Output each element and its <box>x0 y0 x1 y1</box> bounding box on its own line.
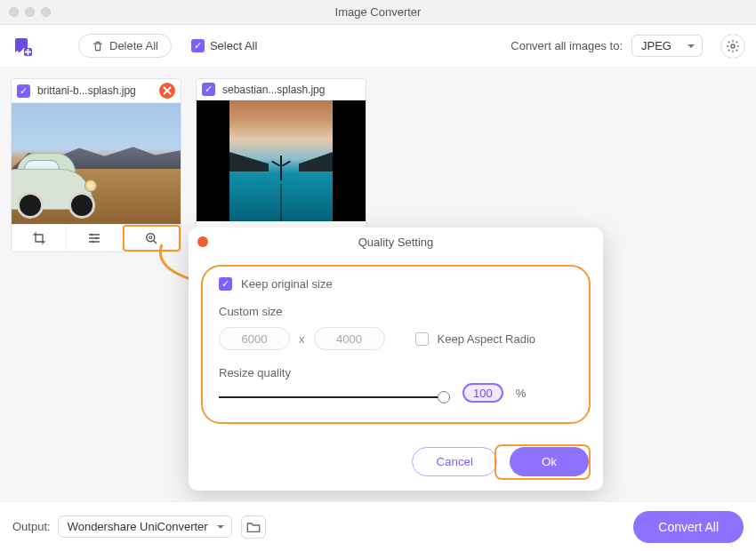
trash-icon <box>92 40 104 52</box>
crop-button[interactable] <box>12 225 67 252</box>
adjust-button[interactable] <box>67 225 122 252</box>
close-window-icon[interactable] <box>9 7 19 17</box>
output-label: Output: <box>12 520 51 533</box>
toolbar: Delete All ✓ Select All Convert all imag… <box>0 25 756 68</box>
convert-to-label: Convert all images to: <box>511 39 623 52</box>
svg-point-2 <box>91 234 93 236</box>
image-thumbnail[interactable] <box>197 100 366 221</box>
sliders-icon <box>87 231 101 245</box>
svg-point-3 <box>95 237 98 240</box>
svg-point-5 <box>147 234 155 242</box>
close-icon <box>163 86 172 95</box>
folder-icon <box>246 521 261 533</box>
delete-all-label: Delete All <box>109 39 158 52</box>
format-select[interactable]: JPEG <box>631 35 703 57</box>
dialog-titlebar: Quality Setting <box>189 228 603 256</box>
resize-quality-label: Resize quality <box>219 366 573 379</box>
output-path-value: Wondershare UniConverter <box>68 520 208 533</box>
gear-search-icon <box>143 230 159 246</box>
minimize-window-icon[interactable] <box>25 7 35 17</box>
select-all-label: Select All <box>210 39 257 52</box>
convert-to-group: Convert all images to: JPEG <box>511 34 745 59</box>
format-settings-button[interactable] <box>720 34 745 59</box>
format-value: JPEG <box>641 39 672 52</box>
quality-setting-dialog: Quality Setting ✓ Keep original size Cus… <box>189 228 603 491</box>
bottom-bar: Output: Wondershare UniConverter Convert… <box>0 501 756 551</box>
image-card: ✓ sebastian...splash.jpg <box>196 78 366 252</box>
keep-original-label: Keep original size <box>241 277 333 291</box>
custom-size-label: Custom size <box>219 305 573 318</box>
ok-button[interactable]: Ok <box>510 447 589 476</box>
checkbox-checked-icon[interactable]: ✓ <box>17 84 30 98</box>
times-label: x <box>299 332 305 346</box>
dialog-title: Quality Setting <box>358 236 434 249</box>
quality-slider[interactable] <box>219 388 450 406</box>
gear-icon <box>726 39 740 53</box>
maximize-window-icon[interactable] <box>41 7 51 17</box>
checkbox-checked-icon[interactable]: ✓ <box>202 83 215 96</box>
checkbox-checked-icon: ✓ <box>191 39 205 52</box>
output-path-select[interactable]: Wondershare UniConverter <box>58 515 232 538</box>
select-all-toggle[interactable]: ✓ Select All <box>191 39 257 52</box>
cancel-button[interactable]: Cancel <box>412 447 497 476</box>
image-card: ✓ brittani-b...splash.jpg <box>11 78 181 252</box>
percent-label: % <box>516 387 527 400</box>
image-filename: brittani-b...splash.jpg <box>37 84 152 97</box>
titlebar: Image Converter <box>0 0 756 25</box>
crop-icon <box>32 231 46 245</box>
keep-original-toggle[interactable]: ✓ Keep original size <box>219 277 573 291</box>
height-input[interactable]: 4000 <box>314 327 385 350</box>
width-input[interactable]: 6000 <box>219 327 290 350</box>
image-thumbnail[interactable] <box>12 103 181 224</box>
remove-image-button[interactable] <box>159 83 175 99</box>
quality-settings-panel: ✓ Keep original size Custom size 6000 x … <box>201 265 591 424</box>
svg-point-1 <box>731 44 735 48</box>
aspect-ratio-checkbox[interactable] <box>415 332 429 346</box>
svg-point-4 <box>92 241 94 244</box>
open-folder-button[interactable] <box>241 515 266 539</box>
checkbox-checked-icon: ✓ <box>219 277 232 291</box>
quality-value[interactable]: 100 <box>462 383 503 403</box>
convert-all-button[interactable]: Convert All <box>633 511 744 543</box>
delete-all-button[interactable]: Delete All <box>78 34 172 58</box>
aspect-ratio-label: Keep Aspect Radio <box>438 332 536 346</box>
slider-thumb-icon[interactable] <box>438 391 450 403</box>
quality-setting-button[interactable] <box>123 225 181 252</box>
app-title: Image Converter <box>0 5 756 19</box>
dialog-close-button[interactable] <box>197 236 208 247</box>
image-filename: sebastian...splash.jpg <box>222 84 360 96</box>
svg-point-6 <box>149 236 152 239</box>
app-logo-icon <box>11 35 34 58</box>
window-controls <box>9 7 51 17</box>
